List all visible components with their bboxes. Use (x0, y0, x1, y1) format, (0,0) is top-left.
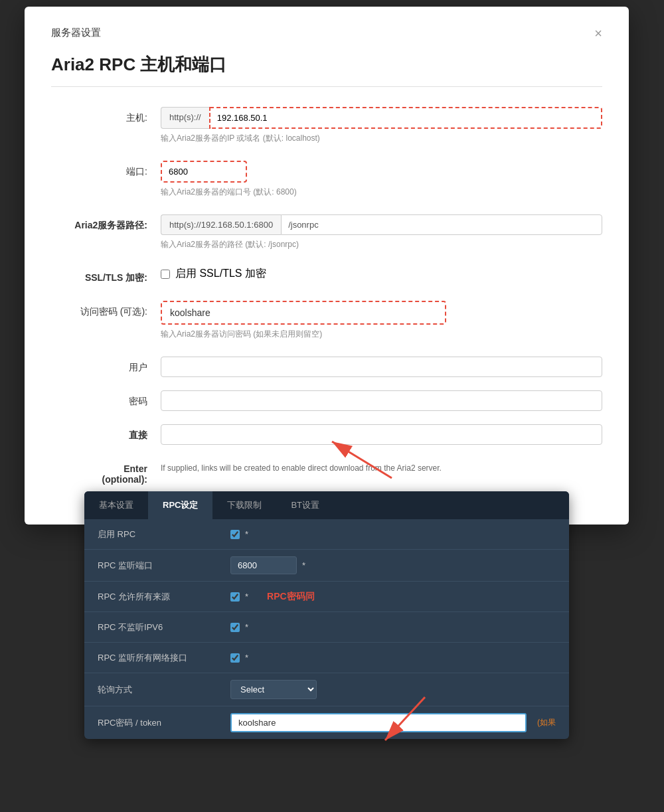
rpc-port-asterisk: * (302, 560, 305, 570)
ssl-row: SSL/TLS 加密: 启用 SSL/TLS 加密 (51, 267, 602, 284)
poll-method-value: Select (230, 680, 556, 699)
enable-rpc-value: * (230, 529, 556, 539)
ssl-checkbox-label: 启用 SSL/TLS 加密 (175, 267, 266, 281)
tab-rpc-settings[interactable]: RPC设定 (148, 491, 212, 519)
password-input[interactable] (161, 301, 446, 325)
port-input[interactable] (161, 161, 247, 183)
enable-rpc-row: 启用 RPC * (84, 519, 569, 550)
rpc-listen-all-row: RPC 监听所有网络接口 * (84, 643, 569, 673)
aria2-settings-panel: 基本设置 RPC设定 下载限制 BT设置 启用 RPC * RPC 监听端口 *… (84, 491, 569, 739)
user-input[interactable] (161, 357, 602, 377)
poll-method-row: 轮询方式 Select (84, 673, 569, 706)
modal-header: 服务器设置 × (51, 27, 602, 40)
user-content (161, 357, 602, 377)
ssl-content: 启用 SSL/TLS 加密 (161, 267, 602, 281)
rpc-token-input[interactable] (230, 713, 527, 732)
rpc-token-label: RPC密码 / token (98, 717, 230, 729)
rpc-all-origins-value: * RPC密码同 (230, 591, 556, 603)
rpc-listen-all-label: RPC 监听所有网络接口 (98, 652, 230, 664)
rpc-all-origins-row: RPC 允许所有来源 * RPC密码同 (84, 582, 569, 612)
rpc-listen-all-asterisk: * (245, 653, 248, 663)
rpc-no-ipv6-checkbox[interactable] (230, 623, 240, 632)
password-label: 访问密码 (可选): (51, 301, 161, 318)
rpc-no-ipv6-asterisk: * (245, 622, 248, 632)
port-content: 输入Aria2服务器的端口号 (默认: 6800) (161, 161, 602, 198)
sub-panel-body: 启用 RPC * RPC 监听端口 * RPC 允许所有来源 * RPC密码同 (84, 519, 569, 739)
enter-label: Enter (optional): (51, 458, 161, 485)
host-prefix: http(s):// (161, 107, 209, 129)
section-title: Aria2 RPC 主机和端口 (51, 53, 602, 87)
path-hint: 输入Aria2服务器的路径 (默认: /jsonrpc) (161, 239, 602, 250)
direct-input[interactable] (161, 424, 602, 445)
path-input-group: http(s)://192.168.50.1:6800 (161, 214, 602, 235)
direct-label: 直接 (51, 424, 161, 442)
secret-content (161, 390, 602, 411)
host-hint: 输入Aria2服务器的IP 或域名 (默认: localhost) (161, 133, 602, 144)
ssl-label: SSL/TLS 加密: (51, 267, 161, 284)
user-row: 用户 (51, 357, 602, 377)
enter-text: If supplied, links will be created to en… (161, 462, 602, 475)
tab-bt-settings[interactable]: BT设置 (276, 491, 334, 519)
secret-label: 密码 (51, 390, 161, 408)
enter-content: If supplied, links will be created to en… (161, 458, 602, 475)
host-input-group: http(s):// (161, 107, 602, 129)
path-row: Aria2服务器路径: http(s)://192.168.50.1:6800 … (51, 214, 602, 250)
host-content: http(s):// 输入Aria2服务器的IP 或域名 (默认: localh… (161, 107, 602, 144)
rpc-note: RPC密码同 (267, 591, 315, 603)
bottom-section: 用户 密码 直接 Enter (optional): (51, 357, 602, 485)
path-input[interactable] (281, 214, 602, 235)
tab-basic-settings[interactable]: 基本设置 (84, 491, 148, 519)
enable-rpc-label: 启用 RPC (98, 528, 230, 540)
host-row: 主机: http(s):// 输入Aria2服务器的IP 或域名 (默认: lo… (51, 107, 602, 144)
direct-content (161, 424, 602, 445)
path-label: Aria2服务器路径: (51, 214, 161, 232)
rpc-no-ipv6-row: RPC 不监听IPV6 * (84, 612, 569, 643)
port-hint: 输入Aria2服务器的端口号 (默认: 6800) (161, 187, 602, 198)
path-prefix: http(s)://192.168.50.1:6800 (161, 214, 281, 235)
user-label: 用户 (51, 357, 161, 374)
host-input[interactable] (209, 107, 602, 129)
direct-row: 直接 (51, 424, 602, 445)
password-content: 输入Aria2服务器访问密码 (如果未启用则留空) (161, 301, 602, 340)
close-button[interactable]: × (594, 27, 602, 40)
rpc-listen-all-value: * (230, 653, 556, 663)
rpc-listen-all-checkbox[interactable] (230, 653, 240, 663)
rpc-port-label: RPC 监听端口 (98, 560, 230, 572)
enable-rpc-checkbox[interactable] (230, 530, 240, 539)
rpc-all-origins-label: RPC 允许所有来源 (98, 591, 230, 603)
rpc-token-value: (如果 (230, 713, 556, 732)
port-label: 端口: (51, 161, 161, 178)
server-settings-modal: 服务器设置 × Aria2 RPC 主机和端口 主机: http(s):// 输… (25, 7, 629, 525)
rpc-no-ipv6-label: RPC 不监听IPV6 (98, 621, 230, 633)
path-content: http(s)://192.168.50.1:6800 输入Aria2服务器的路… (161, 214, 602, 250)
rpc-token-row: RPC密码 / token (如果 (84, 706, 569, 739)
ssl-checkbox[interactable] (161, 270, 170, 279)
password-row: 访问密码 (可选): 输入Aria2服务器访问密码 (如果未启用则留空) (51, 301, 602, 340)
enter-row: Enter (optional): If supplied, links wil… (51, 458, 602, 485)
ssl-checkbox-row: 启用 SSL/TLS 加密 (161, 267, 602, 281)
modal-title: 服务器设置 (51, 27, 101, 39)
sub-panel-tabs: 基本设置 RPC设定 下载限制 BT设置 (84, 491, 569, 519)
password-hint: 输入Aria2服务器访问密码 (如果未启用则留空) (161, 329, 602, 340)
rpc-port-input[interactable] (230, 556, 297, 574)
poll-method-label: 轮询方式 (98, 684, 230, 696)
rpc-port-row: RPC 监听端口 * (84, 550, 569, 582)
enable-rpc-asterisk: * (245, 529, 248, 539)
rpc-port-value: * (230, 556, 556, 574)
rpc-all-origins-asterisk: * (245, 592, 248, 602)
poll-method-select[interactable]: Select (230, 680, 317, 699)
host-label: 主机: (51, 107, 161, 124)
rpc-token-hint: (如果 (537, 717, 556, 728)
rpc-all-origins-checkbox[interactable] (230, 592, 240, 602)
secret-row: 密码 (51, 390, 602, 411)
rpc-no-ipv6-value: * (230, 622, 556, 632)
tab-download-limit[interactable]: 下载限制 (212, 491, 276, 519)
secret-input[interactable] (161, 390, 602, 411)
port-row: 端口: 输入Aria2服务器的端口号 (默认: 6800) (51, 161, 602, 198)
